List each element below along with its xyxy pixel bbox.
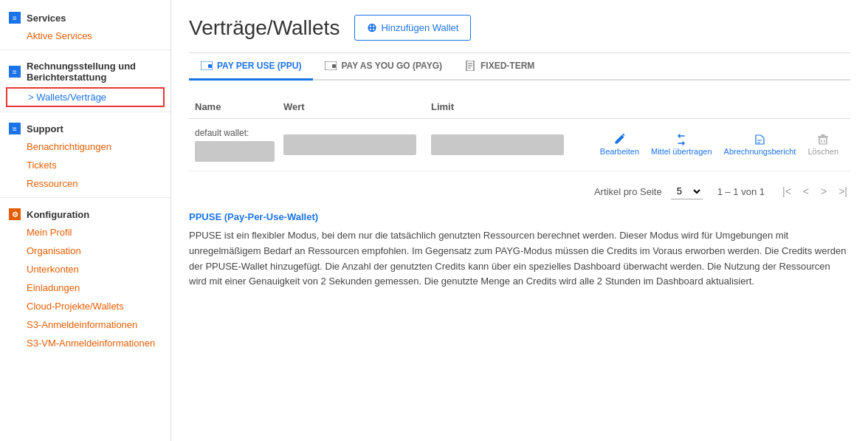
table-header: Name Wert Limit [189,95,850,119]
pagination-prev-button[interactable]: < [800,184,812,199]
sidebar-section-services: ≡ Services [0,6,170,27]
loeschen-label: Löschen [807,147,838,156]
table-row: default wallet: Bearbeiten Mittel übertr… [189,119,850,171]
sidebar-item-ressourcen[interactable]: Ressourcen [0,174,170,193]
main-content: Verträge/Wallets ⊕ Hinzufügen Wallet PAY… [171,0,868,441]
add-wallet-label: Hinzufügen Wallet [381,22,458,33]
svg-rect-10 [819,137,827,144]
col-limit: Limit [431,101,579,112]
rechnungsstellung-icon: ≡ [9,66,21,78]
page-title: Verträge/Wallets [189,16,340,40]
col-actions [579,101,844,112]
pagination-select[interactable]: 5 10 25 50 [671,183,703,199]
sidebar-item-aktive-services[interactable]: Aktive Services [0,27,170,45]
sidebar-item-s3-anmelde[interactable]: S3-Anmeldeinformationen [0,315,170,334]
tab-payg-label: PAY AS YOU GO (PAYG) [341,61,442,71]
sidebar: ≡ Services Aktive Services ≡ Rechnungsst… [0,0,171,441]
tabs-container: PAY PER USE (PPU) PAY AS YOU GO (PAYG) F… [189,53,850,81]
row-label: default wallet: [195,128,283,138]
sidebar-item-benachrichtigungen[interactable]: Benachrichtigungen [0,137,170,156]
row-limit-cell [431,134,579,155]
sidebar-item-wallets-vertraege[interactable]: > Wallets/Verträge [6,87,165,107]
description-section: PPUSE (Pay-Per-Use-Wallet) PPUSE ist ein… [189,211,850,290]
sidebar-item-einladungen[interactable]: Einladungen [0,278,170,297]
tab-fixed[interactable]: FIXED-TERM [454,53,546,81]
svg-rect-1 [208,64,212,68]
sidebar-section-rechnungsstellung: ≡ Rechnungsstellung und Berichterstattun… [0,55,170,86]
sidebar-item-unterkonten[interactable]: Unterkonten [0,260,170,278]
mittel-uebertragen-label: Mittel übertragen [651,147,712,156]
sidebar-section-support-label: Support [27,123,63,134]
col-wert: Wert [283,101,431,112]
sidebar-item-mein-profil[interactable]: Mein Profil [0,223,170,242]
tab-payg[interactable]: PAY AS YOU GO (PAYG) [313,53,454,81]
pagination-last-button[interactable]: >| [836,184,850,199]
tab-ppu-label: PAY PER USE (PPU) [217,61,301,71]
sidebar-section-rechnungsstellung-label: Rechnungsstellung und Berichterstattung [27,61,162,83]
row-actions: Bearbeiten Mittel übertragen Abrechnungs… [579,134,844,156]
loeschen-button[interactable]: Löschen [807,134,838,156]
tab-fixed-label: FIXED-TERM [480,61,534,71]
pagination-label: Artikel pro Seite [594,186,662,197]
sidebar-item-cloud-projekte[interactable]: Cloud-Projekte/Wallets [0,297,170,315]
col-name: Name [195,101,283,112]
mittel-uebertragen-button[interactable]: Mittel übertragen [651,134,712,156]
support-icon: ≡ [9,123,21,134]
doc-icon-fixed [466,61,476,71]
sidebar-section-konfiguration-label: Konfiguration [27,209,89,220]
pagination: Artikel pro Seite 5 10 25 50 1 – 1 von 1… [189,183,850,199]
name-placeholder [195,141,275,162]
pagination-next-button[interactable]: > [818,184,830,199]
abrechnungsbericht-button[interactable]: Abrechnungsbericht [724,134,796,156]
sidebar-section-support: ≡ Support [0,117,170,137]
services-icon: ≡ [9,12,21,24]
sidebar-item-organisation[interactable]: Organisation [0,242,170,260]
delete-icon [817,134,829,146]
abrechnungsbericht-label: Abrechnungsbericht [724,147,796,156]
wallet-icon-ppu [201,61,213,70]
row-name-cell: default wallet: [195,128,283,162]
pagination-info: 1 – 1 von 1 [717,186,765,197]
limit-placeholder [431,134,564,155]
sidebar-item-s3-vm-anmelde[interactable]: S3-VM-Anmeldeinformationen [0,334,170,352]
bearbeiten-button[interactable]: Bearbeiten [600,134,639,156]
tab-ppu[interactable]: PAY PER USE (PPU) [189,53,313,81]
svg-rect-3 [332,64,336,68]
sidebar-item-tickets[interactable]: Tickets [0,156,170,174]
sidebar-section-konfiguration: ⚙ Konfiguration [0,202,170,223]
description-title[interactable]: PPUSE (Pay-Per-Use-Wallet) [189,211,850,222]
pagination-first-button[interactable]: |< [779,184,794,199]
plus-icon: ⊕ [367,21,376,35]
edit-icon [613,134,625,146]
description-text: PPUSE ist ein flexibler Modus, bei dem n… [189,228,850,290]
wallet-icon-payg [325,61,337,70]
page-header: Verträge/Wallets ⊕ Hinzufügen Wallet [189,15,850,41]
report-icon [754,134,765,146]
sidebar-section-services-label: Services [27,13,66,24]
konfiguration-icon: ⚙ [9,208,21,220]
transfer-icon [675,134,687,146]
wert-placeholder [283,134,416,155]
bearbeiten-label: Bearbeiten [600,147,639,156]
row-wert-cell [283,134,431,155]
add-wallet-button[interactable]: ⊕ Hinzufügen Wallet [354,15,471,41]
